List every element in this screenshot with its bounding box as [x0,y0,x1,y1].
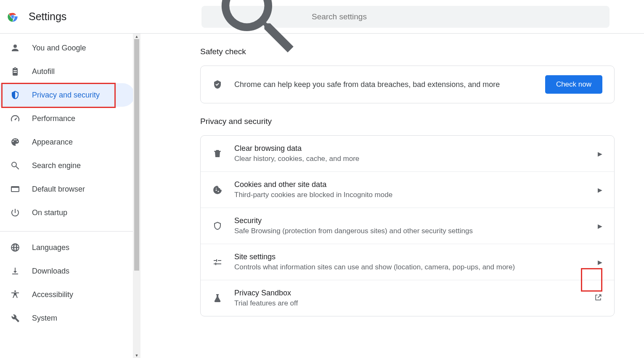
chrome-logo-icon [7,11,19,23]
sidebar-item-label: Default browser [32,185,85,194]
row-text: Security Safe Browsing (protection from … [234,216,598,235]
safety-check-card: Chrome can help keep you safe from data … [200,66,615,103]
launch-icon [594,293,602,303]
row-text: Clear browsing data Clear history, cooki… [234,144,598,163]
nav-divider [0,231,135,232]
section-title-safety-check: Safety check [200,47,615,56]
main-content: Safety check Chrome can help keep you sa… [135,34,644,358]
row-title: Site settings [234,253,598,261]
globe-icon [10,242,20,253]
sidebar-item-autofill[interactable]: Autofill [0,60,135,83]
sidebar-item-you-and-google[interactable]: You and Google [0,36,135,60]
chevron-right-icon: ▶ [598,187,602,193]
sidebar-item-system[interactable]: System [0,306,135,330]
sidebar-item-label: Search engine [32,161,81,170]
sidebar-item-privacy-and-security[interactable]: Privacy and security [0,83,135,107]
shield-icon [10,90,20,100]
sidebar-item-on-startup[interactable]: On startup [0,201,135,224]
accessibility-icon [10,290,20,300]
header: Settings [0,0,644,34]
row-title: Cookies and other site data [234,180,598,189]
sidebar-item-label: System [32,314,57,323]
scroll-up-icon[interactable]: ▲ [133,34,140,39]
sidebar-item-label: Appearance [32,138,73,147]
scroll-thumb[interactable] [134,39,139,271]
nav-group-secondary: Languages Downloads Accessibility System [0,236,135,334]
sidebar-item-label: Performance [32,114,75,123]
row-title: Privacy Sandbox [234,289,594,297]
download-icon [10,266,20,276]
row-site-settings[interactable]: Site settings Controls what information … [201,244,614,280]
row-subtitle: Clear history, cookies, cache, and more [234,155,598,163]
sidebar-item-default-browser[interactable]: Default browser [0,177,135,201]
sidebar-item-label: Languages [32,243,69,252]
privacy-card: Clear browsing data Clear history, cooki… [200,135,615,316]
window-icon [10,184,20,194]
check-now-button[interactable]: Check now [545,75,602,94]
cookie-icon [212,185,223,195]
sidebar-item-label: Autofill [32,67,55,76]
row-privacy-sandbox[interactable]: Privacy Sandbox Trial features are off [201,280,614,316]
scroll-down-icon[interactable]: ▼ [133,353,140,358]
sidebar-item-appearance[interactable]: Appearance [0,130,135,154]
flask-icon [212,293,223,303]
sidebar-item-label: On startup [32,208,67,217]
power-icon [10,208,20,218]
shield-outline-icon [212,221,223,231]
search-input[interactable] [312,12,601,21]
page-title: Settings [29,11,66,23]
sidebar-item-label: Accessibility [32,290,73,299]
clipboard-icon [10,66,20,76]
tune-icon [212,257,223,267]
row-subtitle: Controls what information sites can use … [234,263,598,271]
trash-icon [212,149,223,159]
search-settings[interactable] [201,6,610,28]
sidebar-item-label: You and Google [32,44,86,53]
sidebar-item-downloads[interactable]: Downloads [0,259,135,283]
svg-point-3 [11,16,14,18]
sidebar-item-label: Downloads [32,267,69,276]
sidebar-scrollbar[interactable]: ▲ ▼ [133,34,140,358]
row-title: Clear browsing data [234,144,598,153]
sidebar-item-performance[interactable]: Performance [0,107,135,130]
row-title: Security [234,216,598,225]
palette-icon [10,137,20,147]
shield-check-icon [212,79,223,90]
row-cookies[interactable]: Cookies and other site data Third-party … [201,171,614,208]
section-title-privacy: Privacy and security [200,117,615,126]
row-text: Privacy Sandbox Trial features are off [234,289,594,308]
chevron-right-icon: ▶ [598,259,602,266]
sidebar-item-accessibility[interactable]: Accessibility [0,283,135,306]
chevron-right-icon: ▶ [598,223,602,229]
row-security[interactable]: Security Safe Browsing (protection from … [201,208,614,244]
magnifier-icon [10,161,20,171]
chevron-right-icon: ▶ [598,150,602,157]
row-text: Site settings Controls what information … [234,253,598,271]
row-clear-browsing-data[interactable]: Clear browsing data Clear history, cooki… [201,136,614,171]
sidebar-item-search-engine[interactable]: Search engine [0,154,135,177]
nav-group-main: You and Google Autofill Privacy and secu… [0,36,135,229]
row-subtitle: Trial features are off [234,299,594,308]
row-text: Cookies and other site data Third-party … [234,180,598,199]
row-subtitle: Third-party cookies are blocked in Incog… [234,191,598,199]
safety-check-text: Chrome can help keep you safe from data … [234,80,545,89]
person-icon [10,43,20,53]
sidebar-item-languages[interactable]: Languages [0,236,135,259]
body: You and Google Autofill Privacy and secu… [0,34,644,358]
wrench-icon [10,313,20,323]
row-subtitle: Safe Browsing (protection from dangerous… [234,227,598,235]
speedometer-icon [10,113,20,124]
sidebar-item-label: Privacy and security [32,91,100,100]
sidebar: You and Google Autofill Privacy and secu… [0,34,135,358]
